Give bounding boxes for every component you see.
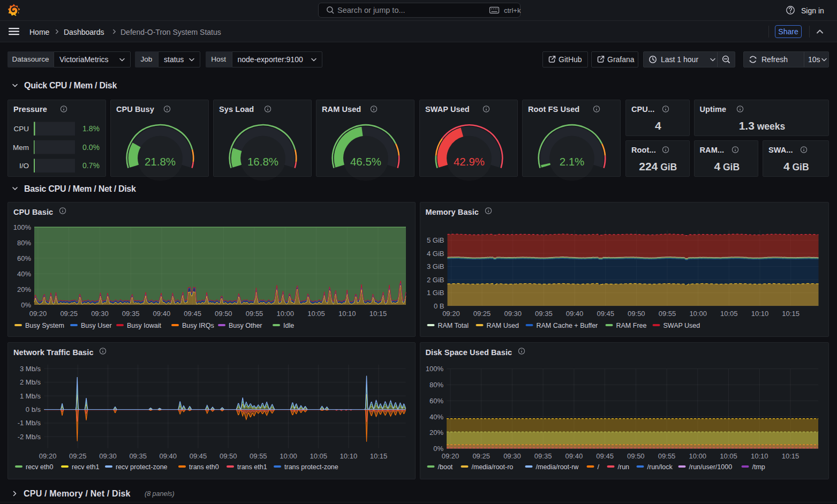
svg-text:100%: 100% [425,365,443,373]
svg-text:09:45: 09:45 [190,452,207,460]
svg-text:/: / [597,463,599,471]
svg-text:40%: 40% [429,413,443,421]
svg-text:10:10: 10:10 [340,452,358,460]
svg-text:/tmp: /tmp [752,463,765,471]
svg-text:10:05: 10:05 [720,310,738,318]
svg-text:09:50: 09:50 [627,452,645,460]
svg-text:09:30: 09:30 [99,452,117,460]
svg-text:09:35: 09:35 [129,452,147,460]
svg-text:/boot: /boot [438,463,453,471]
svg-text:0.0%: 0.0% [82,142,100,151]
svg-text:trans eth1: trans eth1 [237,463,267,471]
svg-text:RAM Used: RAM Used [486,322,518,329]
svg-text:09:25: 09:25 [60,310,78,318]
svg-text:Busy System: Busy System [25,322,64,329]
svg-text:2 GiB: 2 GiB [426,276,444,284]
svg-text:5 GiB: 5 GiB [426,236,444,244]
svg-text:RAM Cache + Buffer: RAM Cache + Buffer [536,322,598,329]
svg-text:20%: 20% [429,428,443,437]
svg-text:RAM Total: RAM Total [438,322,468,329]
svg-text:10:15: 10:15 [781,452,799,460]
svg-text:09:35: 09:35 [535,310,553,318]
svg-text:/run/lock: /run/lock [647,463,673,471]
svg-text:10:05: 10:05 [310,452,327,460]
svg-text:SWAP Used: SWAP Used [663,322,700,329]
svg-text:10:00: 10:00 [280,452,297,460]
svg-text:0 b/s: 0 b/s [26,405,41,413]
svg-text:/media/root-rw: /media/root-rw [536,463,579,471]
svg-text:10:05: 10:05 [307,310,325,318]
svg-text:3 GiB: 3 GiB [426,262,444,270]
svg-text:80%: 80% [17,239,31,247]
svg-text:1.8%: 1.8% [82,124,100,133]
svg-text:CPU: CPU [13,125,29,133]
svg-text:10:05: 10:05 [720,452,737,460]
svg-text:10:15: 10:15 [370,310,387,318]
svg-text:09:20: 09:20 [441,452,459,460]
svg-text:2 Mb/s: 2 Mb/s [20,378,41,386]
svg-text:I/O: I/O [19,162,29,170]
svg-text:Busy Iowait: Busy Iowait [127,322,161,329]
svg-text:1 GiB: 1 GiB [426,289,444,297]
svg-text:100%: 100% [13,223,32,231]
svg-text:09:40: 09:40 [153,310,171,318]
svg-text:3 Mb/s: 3 Mb/s [20,365,41,373]
svg-text:09:35: 09:35 [534,452,552,460]
svg-text:4 GiB: 4 GiB [714,160,740,172]
svg-text:10:00: 10:00 [277,310,295,318]
svg-text:09:40: 09:40 [160,452,177,460]
svg-text:60%: 60% [17,254,31,262]
svg-text:0.7%: 0.7% [82,161,100,170]
svg-text:09:20: 09:20 [442,310,460,318]
svg-text:09:55: 09:55 [658,310,676,318]
svg-text:0 B: 0 B [433,302,444,310]
svg-text:09:35: 09:35 [122,310,140,318]
svg-text:4 GiB: 4 GiB [426,250,444,258]
svg-text:60%: 60% [429,397,443,405]
svg-text:Busy IRQs: Busy IRQs [182,322,214,329]
svg-text:09:55: 09:55 [658,452,675,460]
svg-text:Idle: Idle [283,322,294,329]
svg-text:80%: 80% [429,381,443,389]
svg-text:09:50: 09:50 [215,310,232,318]
svg-text:trans eth0: trans eth0 [189,463,219,471]
svg-text:Busy Other: Busy Other [229,322,262,329]
svg-text:10:00: 10:00 [689,310,707,318]
svg-text:224 GiB: 224 GiB [639,160,677,172]
svg-text:09:45: 09:45 [597,310,614,318]
svg-text:recv eth0: recv eth0 [26,463,53,471]
svg-text:09:30: 09:30 [91,310,109,318]
svg-text:09:50: 09:50 [628,310,645,318]
svg-text:1.3 weeks: 1.3 weeks [738,119,785,132]
svg-text:recv protect-zone: recv protect-zone [116,463,168,471]
svg-text:42.9%: 42.9% [454,155,485,167]
svg-text:Mem: Mem [13,143,29,151]
svg-text:16.8%: 16.8% [247,155,278,167]
svg-text:0%: 0% [21,301,31,309]
svg-text:10:15: 10:15 [370,452,388,460]
svg-text:/run/user/1000: /run/user/1000 [689,463,732,471]
svg-text:10:00: 10:00 [689,452,706,460]
svg-text:/run: /run [617,463,629,471]
svg-text:09:45: 09:45 [596,452,614,460]
svg-text:21.8%: 21.8% [145,155,176,167]
svg-text:09:45: 09:45 [184,310,201,318]
svg-text:10:10: 10:10 [338,310,356,318]
svg-text:-1 Mb/s: -1 Mb/s [18,419,41,427]
svg-text:10:15: 10:15 [782,310,800,318]
svg-text:0%: 0% [433,445,443,453]
svg-text:09:40: 09:40 [565,310,583,318]
svg-text:recv eth1: recv eth1 [72,463,99,471]
svg-text:20%: 20% [17,285,31,294]
svg-text:09:25: 09:25 [472,452,490,460]
svg-text:09:30: 09:30 [504,310,522,318]
svg-text:09:25: 09:25 [69,452,87,460]
svg-text:-2 Mb/s: -2 Mb/s [18,433,41,441]
svg-text:09:55: 09:55 [250,452,267,460]
svg-text:Busy User: Busy User [81,322,112,329]
svg-text:RAM Free: RAM Free [616,322,646,329]
svg-text:09:55: 09:55 [246,310,263,318]
svg-text:09:20: 09:20 [39,452,57,460]
svg-text:/media/root-ro: /media/root-ro [471,463,513,471]
svg-text:1 Mb/s: 1 Mb/s [20,392,41,400]
